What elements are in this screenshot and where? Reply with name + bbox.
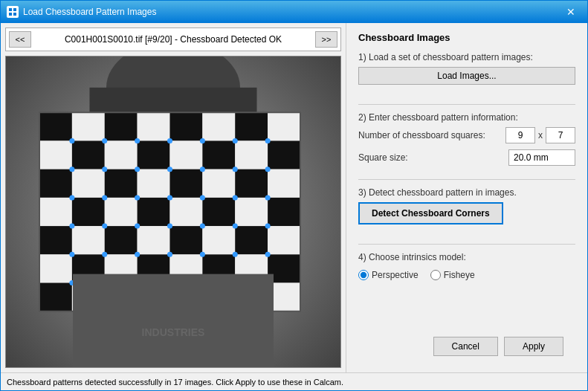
squares-x-input[interactable] bbox=[505, 127, 535, 143]
chessboard-canvas bbox=[6, 56, 340, 367]
image-display bbox=[5, 56, 341, 368]
left-panel: << C001H001S0010.tif [#9/20] - Chessboar… bbox=[1, 23, 346, 372]
close-button[interactable]: ✕ bbox=[560, 4, 581, 19]
step1-label: 1) Load a set of chessboard pattern imag… bbox=[358, 52, 575, 62]
status-message: Chessboard patterns detected successfull… bbox=[7, 378, 343, 387]
divider-2 bbox=[358, 179, 575, 180]
svg-rect-3 bbox=[13, 13, 16, 16]
detect-corners-button[interactable]: Detect Chessboard Corners bbox=[358, 202, 503, 224]
square-size-input[interactable] bbox=[508, 149, 575, 166]
prev-image-button[interactable]: << bbox=[9, 31, 31, 48]
fisheye-label: Fisheye bbox=[444, 270, 475, 280]
svg-rect-2 bbox=[9, 13, 12, 16]
window-icon bbox=[7, 6, 19, 18]
step4-label: 4) Choose intrinsics model: bbox=[358, 252, 575, 262]
perspective-radio[interactable] bbox=[358, 270, 369, 280]
right-panel: Chessboard Images 1) Load a set of chess… bbox=[346, 23, 587, 372]
bottom-buttons: Cancel Apply bbox=[358, 329, 575, 363]
fisheye-radio-item[interactable]: Fisheye bbox=[430, 270, 475, 280]
square-size-row: Square size: bbox=[358, 149, 575, 166]
divider-3 bbox=[358, 244, 575, 245]
window-title: Load Chessboard Pattern Images bbox=[23, 7, 560, 17]
image-nav-bar: << C001H001S0010.tif [#9/20] - Chessboar… bbox=[5, 28, 341, 51]
svg-rect-1 bbox=[13, 8, 16, 11]
cancel-button[interactable]: Cancel bbox=[433, 337, 498, 356]
squares-label: Number of chessboard squares: bbox=[358, 130, 505, 140]
load-images-button[interactable]: Load Images... bbox=[358, 67, 575, 85]
step2-label: 2) Enter chessboard pattern information: bbox=[358, 112, 575, 123]
step3-label: 3) Detect chessboard pattern in images. bbox=[358, 187, 575, 198]
next-image-button[interactable]: >> bbox=[315, 31, 337, 48]
title-bar: Load Chessboard Pattern Images ✕ bbox=[1, 1, 587, 23]
image-info-label: C001H001S0010.tif [#9/20] - Chessboard D… bbox=[31, 34, 315, 45]
squares-y-input[interactable] bbox=[546, 127, 575, 143]
main-window: Load Chessboard Pattern Images ✕ << C001… bbox=[0, 0, 588, 391]
square-size-label: Square size: bbox=[358, 152, 508, 163]
squares-row: Number of chessboard squares: x bbox=[358, 127, 575, 143]
perspective-radio-item[interactable]: Perspective bbox=[358, 270, 419, 280]
perspective-label: Perspective bbox=[372, 270, 419, 280]
x-separator: x bbox=[538, 130, 543, 140]
content-area: << C001H001S0010.tif [#9/20] - Chessboar… bbox=[1, 23, 587, 372]
fisheye-radio[interactable] bbox=[430, 270, 441, 280]
divider-1 bbox=[358, 104, 575, 105]
apply-button[interactable]: Apply bbox=[504, 337, 563, 356]
section-title: Chessboard Images bbox=[358, 32, 575, 43]
svg-rect-0 bbox=[9, 8, 12, 11]
intrinsics-radio-group: Perspective Fisheye bbox=[358, 270, 575, 280]
status-bar: Chessboard patterns detected successfull… bbox=[1, 372, 587, 390]
